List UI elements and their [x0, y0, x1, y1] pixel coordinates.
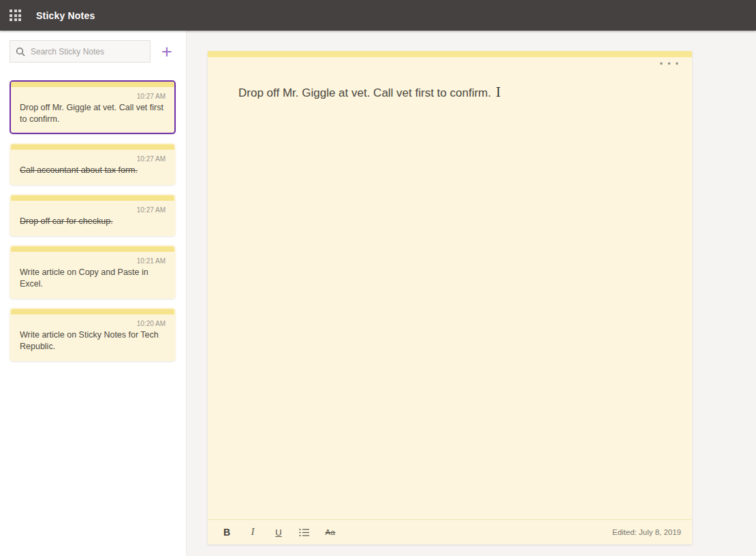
strikethrough-button[interactable]: Aa	[322, 523, 338, 541]
bold-button[interactable]: B	[219, 523, 235, 541]
note-color-strip	[11, 309, 174, 314]
note-card[interactable]: 10:21 AM Write article on Copy and Paste…	[10, 245, 176, 299]
edited-date-label: Edited: July 8, 2019	[612, 528, 681, 536]
note-preview-text: Write article on Sticky Notes for Tech R…	[20, 329, 166, 353]
search-input[interactable]	[31, 47, 140, 56]
note-color-strip	[11, 195, 174, 201]
note-color-strip	[11, 144, 174, 150]
app-title: Sticky Notes	[36, 10, 95, 21]
format-toolbar: B I U Aa Edited: July 8, 2019	[208, 519, 692, 544]
app-header: Sticky Notes	[0, 0, 756, 31]
note-color-strip	[11, 82, 174, 87]
note-card[interactable]: 10:27 AM Drop off car for checkup.	[10, 194, 176, 236]
notes-list: 10:27 AM Drop off Mr. Giggle at vet. Cal…	[10, 80, 176, 370]
note-timestamp: 10:27 AM	[20, 93, 166, 100]
bullet-list-icon	[299, 528, 310, 537]
add-note-button[interactable]: +	[157, 42, 177, 62]
open-note-editor: • • • Drop off Mr. Giggle at vet. Call v…	[208, 51, 692, 544]
note-preview-text: Write article on Copy and Paste in Excel…	[20, 267, 166, 290]
app-launcher-icon[interactable]	[10, 10, 21, 21]
note-body-text: Drop off Mr. Giggle at vet. Call vet fir…	[238, 86, 491, 99]
search-row: +	[10, 40, 177, 63]
note-edit-area[interactable]: Drop off Mr. Giggle at vet. Call vet fir…	[238, 85, 665, 101]
note-preview-text: Drop off Mr. Giggle at vet. Call vet fir…	[20, 102, 166, 125]
note-timestamp: 10:27 AM	[20, 206, 166, 214]
bullet-list-button[interactable]	[296, 523, 313, 541]
note-timestamp: 10:21 AM	[20, 257, 166, 265]
more-options-icon[interactable]: • • •	[660, 59, 680, 69]
note-preview-text: Call accountant about tax form.	[20, 165, 166, 176]
text-cursor-icon: I	[496, 85, 501, 99]
note-color-strip	[11, 246, 174, 252]
underline-button[interactable]: U	[270, 523, 287, 541]
note-timestamp: 10:20 AM	[20, 320, 166, 327]
note-preview-text: Drop off car for checkup.	[20, 216, 166, 227]
note-timestamp: 10:27 AM	[20, 155, 166, 163]
italic-button[interactable]: I	[245, 523, 261, 541]
note-card[interactable]: 10:27 AM Call accountant about tax form.	[10, 143, 176, 185]
search-icon	[16, 47, 25, 56]
note-color-strip	[208, 51, 692, 57]
notes-sidebar: + 10:27 AM Drop off Mr. Giggle at vet. C…	[0, 31, 187, 556]
note-card[interactable]: 10:20 AM Write article on Sticky Notes f…	[10, 308, 176, 361]
note-card-selected[interactable]: 10:27 AM Drop off Mr. Giggle at vet. Cal…	[10, 80, 176, 134]
search-box[interactable]	[10, 40, 151, 63]
